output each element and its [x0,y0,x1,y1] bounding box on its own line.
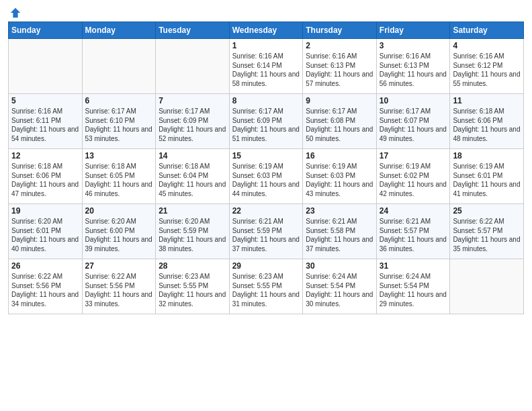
logo-text [8,7,21,19]
day-number: 16 [306,151,373,161]
calendar-cell: 22Sunrise: 6:21 AM Sunset: 5:59 PM Dayli… [229,204,303,259]
calendar-cell: 11Sunrise: 6:18 AM Sunset: 6:06 PM Dayli… [450,94,524,149]
day-info: Sunrise: 6:22 AM Sunset: 5:56 PM Dayligh… [85,272,153,308]
day-number: 23 [306,206,373,216]
day-info: Sunrise: 6:19 AM Sunset: 6:02 PM Dayligh… [380,162,447,198]
calendar-cell: 31Sunrise: 6:24 AM Sunset: 5:54 PM Dayli… [376,259,450,314]
day-number: 4 [453,41,521,50]
day-number: 29 [232,261,300,271]
day-number: 17 [380,151,447,161]
day-info: Sunrise: 6:20 AM Sunset: 6:01 PM Dayligh… [11,217,79,253]
day-number: 25 [453,206,521,216]
calendar-week-row: 1Sunrise: 6:16 AM Sunset: 6:14 PM Daylig… [9,39,524,94]
calendar-cell: 23Sunrise: 6:21 AM Sunset: 5:58 PM Dayli… [303,204,377,259]
calendar-cell: 18Sunrise: 6:19 AM Sunset: 6:01 PM Dayli… [450,149,524,204]
day-info: Sunrise: 6:19 AM Sunset: 6:03 PM Dayligh… [306,162,373,198]
day-info: Sunrise: 6:18 AM Sunset: 6:06 PM Dayligh… [11,162,79,198]
calendar-cell [450,259,524,314]
day-info: Sunrise: 6:20 AM Sunset: 5:59 PM Dayligh… [159,217,226,253]
day-info: Sunrise: 6:18 AM Sunset: 6:05 PM Dayligh… [85,162,153,198]
calendar-cell: 27Sunrise: 6:22 AM Sunset: 5:56 PM Dayli… [82,259,156,314]
day-number: 31 [380,261,447,271]
day-number: 3 [380,41,447,50]
calendar-cell: 21Sunrise: 6:20 AM Sunset: 5:59 PM Dayli… [156,204,230,259]
day-info: Sunrise: 6:22 AM Sunset: 5:57 PM Dayligh… [453,217,521,253]
calendar-cell: 5Sunrise: 6:16 AM Sunset: 6:11 PM Daylig… [9,94,83,149]
calendar-cell: 20Sunrise: 6:20 AM Sunset: 6:00 PM Dayli… [82,204,156,259]
calendar-cell [156,39,230,94]
calendar-cell: 30Sunrise: 6:24 AM Sunset: 5:54 PM Dayli… [303,259,377,314]
calendar-week-row: 26Sunrise: 6:22 AM Sunset: 5:56 PM Dayli… [9,259,524,314]
day-number: 26 [11,261,79,271]
day-info: Sunrise: 6:24 AM Sunset: 5:54 PM Dayligh… [306,272,373,308]
calendar-cell: 13Sunrise: 6:18 AM Sunset: 6:05 PM Dayli… [82,149,156,204]
calendar-cell: 12Sunrise: 6:18 AM Sunset: 6:06 PM Dayli… [9,149,83,204]
calendar-cell: 25Sunrise: 6:22 AM Sunset: 5:57 PM Dayli… [450,204,524,259]
day-number: 2 [306,41,373,50]
day-number: 5 [11,96,79,105]
day-number: 21 [159,206,226,216]
calendar-cell [82,39,156,94]
day-number: 1 [232,41,300,50]
day-info: Sunrise: 6:17 AM Sunset: 6:09 PM Dayligh… [159,107,226,143]
day-info: Sunrise: 6:20 AM Sunset: 6:00 PM Dayligh… [85,217,153,253]
calendar-cell: 10Sunrise: 6:17 AM Sunset: 6:07 PM Dayli… [376,94,450,149]
day-info: Sunrise: 6:21 AM Sunset: 5:59 PM Dayligh… [232,217,300,253]
day-info: Sunrise: 6:16 AM Sunset: 6:14 PM Dayligh… [232,52,300,88]
calendar-cell: 3Sunrise: 6:16 AM Sunset: 6:13 PM Daylig… [376,39,450,94]
day-number: 24 [380,206,447,216]
calendar-week-row: 12Sunrise: 6:18 AM Sunset: 6:06 PM Dayli… [9,149,524,204]
calendar-week-row: 5Sunrise: 6:16 AM Sunset: 6:11 PM Daylig… [9,94,524,149]
day-header-sunday: Sunday [9,22,83,39]
day-number: 15 [232,151,300,161]
day-info: Sunrise: 6:24 AM Sunset: 5:54 PM Dayligh… [380,272,447,308]
day-info: Sunrise: 6:18 AM Sunset: 6:06 PM Dayligh… [453,107,521,143]
day-number: 11 [453,96,521,105]
day-header-tuesday: Tuesday [156,22,230,39]
svg-marker-0 [11,8,20,17]
calendar-cell: 9Sunrise: 6:17 AM Sunset: 6:08 PM Daylig… [303,94,377,149]
day-number: 14 [159,151,226,161]
calendar-cell: 6Sunrise: 6:17 AM Sunset: 6:10 PM Daylig… [82,94,156,149]
day-number: 20 [85,206,153,216]
page-header [8,7,524,16]
day-number: 9 [306,96,373,105]
day-number: 18 [453,151,521,161]
calendar-cell: 26Sunrise: 6:22 AM Sunset: 5:56 PM Dayli… [9,259,83,314]
day-header-thursday: Thursday [303,22,377,39]
day-info: Sunrise: 6:17 AM Sunset: 6:08 PM Dayligh… [306,107,373,143]
day-info: Sunrise: 6:16 AM Sunset: 6:13 PM Dayligh… [380,52,447,88]
day-info: Sunrise: 6:17 AM Sunset: 6:07 PM Dayligh… [380,107,447,143]
day-number: 6 [85,96,153,105]
day-header-wednesday: Wednesday [229,22,303,39]
page-container: SundayMondayTuesdayWednesdayThursdayFrid… [0,0,532,320]
day-info: Sunrise: 6:22 AM Sunset: 5:56 PM Dayligh… [11,272,79,308]
logo-icon [9,7,21,19]
calendar-cell: 24Sunrise: 6:21 AM Sunset: 5:57 PM Dayli… [376,204,450,259]
calendar-cell: 17Sunrise: 6:19 AM Sunset: 6:02 PM Dayli… [376,149,450,204]
calendar-cell: 2Sunrise: 6:16 AM Sunset: 6:13 PM Daylig… [303,39,377,94]
calendar-cell: 15Sunrise: 6:19 AM Sunset: 6:03 PM Dayli… [229,149,303,204]
calendar-cell: 14Sunrise: 6:18 AM Sunset: 6:04 PM Dayli… [156,149,230,204]
day-info: Sunrise: 6:16 AM Sunset: 6:11 PM Dayligh… [11,107,79,143]
day-info: Sunrise: 6:23 AM Sunset: 5:55 PM Dayligh… [232,272,300,308]
day-number: 22 [232,206,300,216]
calendar-cell: 19Sunrise: 6:20 AM Sunset: 6:01 PM Dayli… [9,204,83,259]
calendar-header-row: SundayMondayTuesdayWednesdayThursdayFrid… [9,22,524,39]
day-number: 12 [11,151,79,161]
day-info: Sunrise: 6:17 AM Sunset: 6:10 PM Dayligh… [85,107,153,143]
day-number: 10 [380,96,447,105]
calendar-cell: 8Sunrise: 6:17 AM Sunset: 6:09 PM Daylig… [229,94,303,149]
day-header-saturday: Saturday [450,22,524,39]
day-info: Sunrise: 6:18 AM Sunset: 6:04 PM Dayligh… [159,162,226,198]
day-info: Sunrise: 6:16 AM Sunset: 6:12 PM Dayligh… [453,52,521,88]
calendar-cell: 16Sunrise: 6:19 AM Sunset: 6:03 PM Dayli… [303,149,377,204]
calendar-cell: 4Sunrise: 6:16 AM Sunset: 6:12 PM Daylig… [450,39,524,94]
day-number: 7 [159,96,226,105]
day-info: Sunrise: 6:21 AM Sunset: 5:58 PM Dayligh… [306,217,373,253]
day-number: 19 [11,206,79,216]
calendar-cell: 7Sunrise: 6:17 AM Sunset: 6:09 PM Daylig… [156,94,230,149]
calendar-cell: 1Sunrise: 6:16 AM Sunset: 6:14 PM Daylig… [229,39,303,94]
day-number: 8 [232,96,300,105]
day-info: Sunrise: 6:21 AM Sunset: 5:57 PM Dayligh… [380,217,447,253]
